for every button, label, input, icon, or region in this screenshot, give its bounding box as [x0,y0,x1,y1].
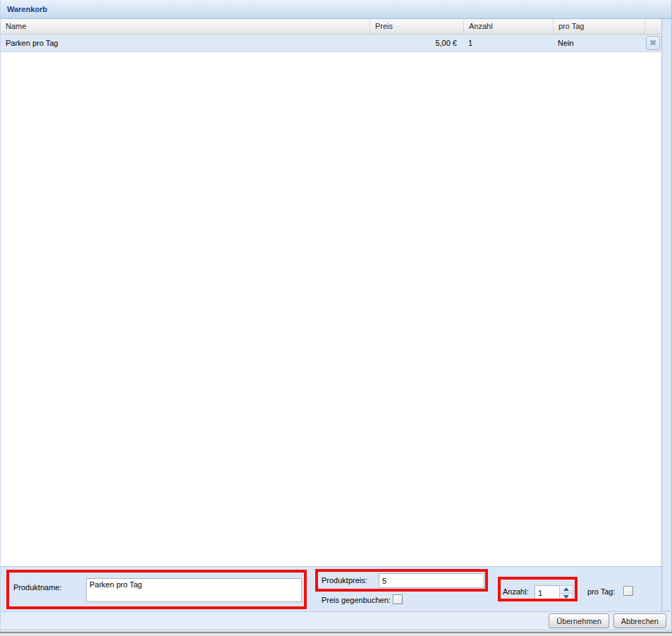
anzahl-stepper [534,585,573,601]
produktname-field[interactable]: Parken pro Tag [86,578,302,602]
column-header-name[interactable]: Name [1,19,370,34]
spin-up-button[interactable] [559,585,573,594]
spin-down-button[interactable] [559,594,573,601]
uebernehmen-button[interactable]: Übernehmen [549,613,609,628]
pro-tag-label: pro Tag: [587,587,616,596]
produktpreis-label: Produktpreis: [322,576,367,585]
cart-grid: Name Preis Anzahl pro Tag Parken pro Tag… [1,19,661,566]
anzahl-field[interactable] [534,585,559,601]
grid-header: Name Preis Anzahl pro Tag [1,19,661,35]
cell-name: Parken pro Tag [1,39,370,47]
cell-preis: 5,00 € [370,39,464,47]
title-bar: Warenkorb [1,1,671,19]
table-row[interactable]: Parken pro Tag 5,00 € 1 Nein ✖ [1,35,661,52]
produktpreis-field[interactable] [379,573,484,588]
warenkorb-dialog: Warenkorb Name Preis Anzahl pro Tag Park… [0,0,672,636]
preis-gegenbuchen-label: Preis gegenbuchen: [322,596,391,604]
column-header-anzahl[interactable]: Anzahl [464,19,554,34]
page-title: Warenkorb [7,1,47,18]
anzahl-label: Anzahl: [503,587,529,596]
footer-toolbar: Übernehmen Abbrechen [1,611,671,630]
window-frame: Warenkorb Name Preis Anzahl pro Tag Park… [0,0,672,632]
window-bottom-edge [0,632,672,633]
produktname-label: Produktname: [13,583,61,592]
column-header-preis[interactable]: Preis [370,19,464,34]
triangle-up-icon [563,587,569,591]
right-panel-strip [661,19,671,611]
delete-x-icon: ✖ [649,39,656,47]
cell-anzahl: 1 [464,39,554,47]
cell-actions: ✖ [645,36,661,50]
abbrechen-button[interactable]: Abbrechen [613,613,666,628]
preis-gegenbuchen-checkbox[interactable] [393,594,403,604]
pro-tag-checkbox[interactable] [623,586,633,596]
cell-pro-tag: Nein [554,39,645,47]
column-header-actions [645,19,661,34]
column-header-pro-tag[interactable]: pro Tag [554,19,645,34]
delete-row-button[interactable]: ✖ [646,36,660,50]
triangle-down-icon [563,595,569,599]
anzahl-spin-buttons [559,585,573,601]
product-form: Produktname: Parken pro Tag Produktpreis… [1,566,661,611]
